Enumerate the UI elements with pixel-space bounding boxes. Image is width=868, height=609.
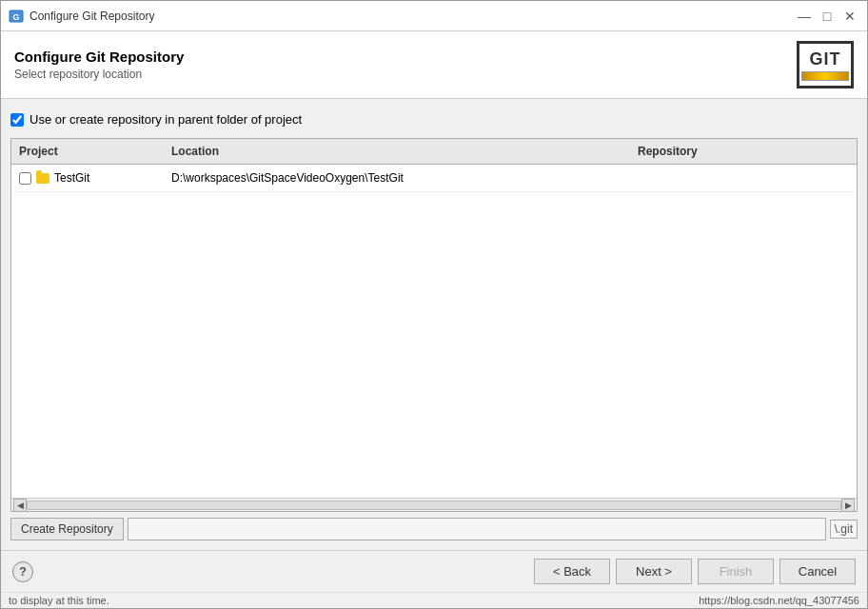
folder-icon bbox=[35, 170, 50, 186]
git-logo: GIT bbox=[797, 41, 854, 88]
project-checkbox[interactable] bbox=[19, 172, 31, 185]
footer: ? < Back Next > Finish Cancel bbox=[1, 550, 867, 592]
minimize-button[interactable]: — bbox=[795, 7, 814, 26]
back-button[interactable]: < Back bbox=[534, 559, 610, 584]
status-bar: to display at this time. https://blog.cs… bbox=[1, 592, 867, 608]
title-bar-controls: — □ ✕ bbox=[795, 7, 859, 26]
content-area: Use or create repository in parent folde… bbox=[1, 99, 867, 550]
use-parent-folder-checkbox[interactable] bbox=[10, 113, 24, 127]
status-left: to display at this time. bbox=[9, 595, 109, 606]
configure-git-repository-window: G Configure Git Repository — □ ✕ Configu… bbox=[0, 0, 868, 609]
use-parent-folder-label: Use or create repository in parent folde… bbox=[30, 112, 302, 127]
scrollbar-track[interactable] bbox=[27, 501, 841, 510]
header-title: Configure Git Repository bbox=[14, 49, 184, 65]
scroll-right-button[interactable]: ▶ bbox=[841, 499, 855, 512]
project-cell: TestGit bbox=[11, 168, 164, 187]
next-button[interactable]: Next > bbox=[616, 559, 692, 584]
header-left: Configure Git Repository Select reposito… bbox=[14, 49, 184, 81]
location-cell: D:\workspaces\GitSpaceVideoOxygen\TestGi… bbox=[164, 169, 630, 187]
help-button[interactable]: ? bbox=[12, 561, 33, 582]
git-logo-text: GIT bbox=[810, 49, 841, 69]
col-project-header: Project bbox=[11, 143, 164, 160]
repository-cell bbox=[630, 176, 857, 180]
use-parent-folder-row: Use or create repository in parent folde… bbox=[10, 108, 858, 130]
status-right: https://blog.csdn.net/qq_43077456 bbox=[699, 595, 859, 606]
table-body: TestGit D:\workspaces\GitSpaceVideoOxyge… bbox=[11, 165, 857, 498]
repository-table: Project Location Repository TestGit D:\w… bbox=[10, 138, 858, 512]
close-button[interactable]: ✕ bbox=[840, 7, 859, 26]
repo-path-input[interactable] bbox=[128, 518, 826, 540]
finish-button[interactable]: Finish bbox=[698, 559, 774, 584]
svg-text:G: G bbox=[12, 12, 19, 22]
maximize-button[interactable]: □ bbox=[818, 7, 837, 26]
scroll-left-button[interactable]: ◀ bbox=[13, 499, 27, 512]
title-bar: G Configure Git Repository — □ ✕ bbox=[1, 1, 867, 31]
footer-buttons: < Back Next > Finish Cancel bbox=[534, 559, 856, 584]
cancel-button[interactable]: Cancel bbox=[779, 559, 856, 584]
window-icon: G bbox=[9, 9, 24, 24]
col-location-header: Location bbox=[164, 143, 630, 160]
col-repository-header: Repository bbox=[630, 143, 857, 160]
git-logo-bar bbox=[801, 71, 849, 81]
table-row[interactable]: TestGit D:\workspaces\GitSpaceVideoOxyge… bbox=[11, 165, 857, 192]
git-suffix: \.git bbox=[830, 520, 858, 539]
table-header: Project Location Repository bbox=[11, 139, 857, 165]
title-bar-text: Configure Git Repository bbox=[30, 10, 795, 23]
create-repository-button[interactable]: Create Repository bbox=[10, 518, 124, 540]
header-subtitle: Select repository location bbox=[14, 68, 184, 81]
bottom-row: Create Repository \.git bbox=[10, 518, 858, 540]
project-name: TestGit bbox=[54, 171, 89, 185]
horizontal-scrollbar[interactable]: ◀ ▶ bbox=[11, 498, 857, 511]
header-section: Configure Git Repository Select reposito… bbox=[1, 31, 867, 99]
